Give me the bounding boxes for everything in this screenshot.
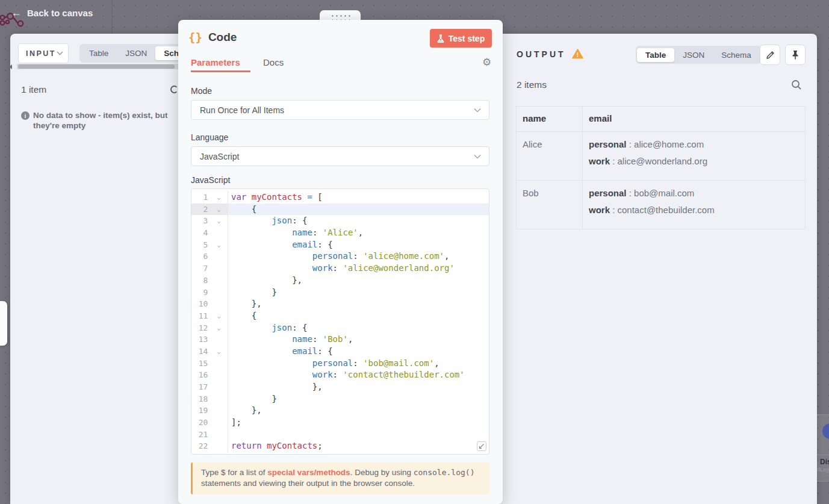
fold-toggle-icon[interactable]: ⌄ [208, 239, 228, 251]
code-line-12[interactable]: 12⌄ json: { [191, 322, 489, 334]
hint-text: statements and viewing their output in t… [201, 479, 415, 488]
line-number-gutter: 12⌄ [191, 322, 228, 334]
editor-resize-handle[interactable] [477, 441, 486, 451]
line-number-gutter: 20 [191, 417, 228, 429]
mode-select[interactable]: Run Once for All Items [191, 100, 489, 120]
code-line-17[interactable]: 17 }, [191, 381, 489, 393]
table-row[interactable]: Alicepersonal : alice@home.comwork : ali… [517, 132, 806, 181]
input-tab-table[interactable]: Table [81, 46, 117, 60]
output-items-count: 2 items [517, 79, 547, 90]
editor-hint-box: Type $ for a list of special vars/method… [191, 462, 489, 494]
input-tab-json[interactable]: JSON [117, 46, 155, 60]
fold-toggle-icon[interactable]: ⌄ [208, 310, 228, 322]
code-line-22[interactable]: 22return myContacts; [191, 440, 489, 452]
code-line-21[interactable]: 21 [191, 429, 489, 441]
code-line-15[interactable]: 15 personal: 'bob@mail.com', [191, 358, 489, 370]
test-step-label: Test step [449, 34, 485, 43]
line-number-gutter: 1⌄ [191, 191, 228, 204]
info-icon: i [21, 111, 29, 120]
code-line-20[interactable]: 20]; [191, 417, 489, 429]
code-line-18[interactable]: 18 } [191, 393, 489, 405]
edit-output-button[interactable] [760, 45, 780, 65]
fold-toggle-icon[interactable]: ⌄ [208, 191, 228, 204]
line-number-gutter: 16 [191, 369, 228, 381]
code-line-9[interactable]: 9 } [191, 287, 489, 299]
node-avatar-icon [822, 423, 829, 439]
line-number-gutter: 19 [191, 405, 228, 417]
hint-text: . Debug by using [350, 468, 414, 477]
code-line-6[interactable]: 6 personal: 'alice@home.com', [191, 250, 489, 263]
line-number-gutter: 7 [191, 263, 228, 275]
refresh-icon[interactable] [170, 86, 178, 93]
test-step-button[interactable]: Test step [430, 29, 492, 48]
cell-email: personal : alice@home.comwork : alice@wo… [583, 132, 806, 181]
code-line-5[interactable]: 5⌄ email: { [191, 239, 489, 251]
code-line-11[interactable]: 11⌄ { [191, 310, 489, 322]
pin-data-button[interactable] [785, 45, 806, 65]
hint-code-snippet: console.log() [414, 468, 475, 477]
output-tab-table[interactable]: Table [637, 48, 674, 62]
tab-parameters[interactable]: Parameters [191, 57, 240, 67]
code-line-19[interactable]: 19 }, [191, 405, 489, 417]
code-node-dialog: {} Code Test step Parameters Docs ⚙ Mode… [178, 20, 503, 504]
chevron-down-icon [57, 51, 63, 55]
editor-label: JavaScript [191, 175, 230, 185]
cell-email: personal : bob@mail.comwork : contact@th… [583, 181, 806, 229]
node-label: Dis [820, 458, 829, 466]
input-panel-title: INPUT [26, 49, 56, 58]
code-line-2[interactable]: 2⌄ { [191, 204, 489, 216]
node-settings-gear-icon[interactable]: ⚙ [482, 56, 491, 69]
line-number-gutter: 4 [191, 227, 228, 239]
fold-toggle-icon[interactable]: ⌄ [208, 204, 228, 216]
input-empty-state: i No data to show - item(s) exist, but t… [21, 111, 170, 131]
code-line-7[interactable]: 7 work: 'alice@wonderland.org' [191, 263, 489, 275]
active-tab-underline [191, 70, 250, 72]
fold-toggle-icon[interactable]: ⌄ [208, 322, 228, 334]
line-number-gutter: 13 [191, 334, 228, 346]
chevron-down-icon [474, 108, 481, 113]
code-line-3[interactable]: 3⌄ json: { [191, 215, 489, 227]
warning-icon: ! [572, 49, 583, 59]
canvas-node-partial: Dis dLega [817, 414, 829, 482]
line-number-gutter: 2⌄ [191, 204, 228, 216]
search-icon[interactable] [791, 79, 802, 90]
back-to-canvas-button[interactable]: ← Back to canvas [8, 5, 95, 20]
code-line-16[interactable]: 16 work: 'contact@thebuilder.com' [191, 369, 489, 381]
mode-value: Run Once for All Items [200, 105, 284, 115]
app-canvas: ← Back to canvas INPUT Table JSON Schema… [0, 0, 829, 504]
cell-name: Alice [517, 132, 583, 181]
line-number-gutter: 9 [191, 287, 228, 299]
code-line-1[interactable]: 1⌄var myContacts = [ [191, 191, 489, 204]
scrollbar-thumb[interactable] [18, 64, 175, 69]
line-number-gutter: 15 [191, 358, 228, 370]
code-line-14[interactable]: 14⌄ email: { [191, 346, 489, 358]
output-table-header-row: name email [517, 107, 806, 132]
code-line-4[interactable]: 4 name: 'Alice', [191, 227, 489, 239]
line-number-gutter: 18 [191, 393, 228, 405]
scrollbar-left-arrow-icon[interactable] [9, 64, 12, 69]
code-editor[interactable]: 1⌄var myContacts = [2⌄ {3⌄ json: {4 name… [191, 188, 489, 455]
line-number-gutter: 14⌄ [191, 346, 228, 358]
fold-toggle-icon[interactable]: ⌄ [208, 346, 228, 358]
line-number-gutter: 6 [191, 250, 228, 263]
code-line-8[interactable]: 8 }, [191, 275, 489, 287]
output-tab-json[interactable]: JSON [674, 48, 713, 62]
language-select[interactable]: JavaScript [191, 146, 489, 166]
output-tab-schema[interactable]: Schema [713, 48, 760, 62]
output-view-tabs: Table JSON Schema [636, 46, 761, 64]
line-number-gutter: 21 [191, 429, 228, 441]
tab-docs[interactable]: Docs [263, 57, 284, 67]
code-line-13[interactable]: 13 name: 'Bob', [191, 334, 489, 346]
input-empty-message: No data to show - item(s) exist, but the… [33, 111, 170, 131]
chevron-down-icon [474, 154, 481, 159]
fold-toggle-icon[interactable]: ⌄ [208, 215, 228, 227]
collapsed-panel-handle[interactable] [0, 301, 7, 346]
mode-label: Mode [191, 86, 212, 96]
output-panel-title: OUTPUT [517, 49, 566, 59]
line-number-gutter: 10 [191, 298, 228, 310]
input-source-select[interactable]: INPUT [18, 43, 69, 63]
code-line-10[interactable]: 10 }, [191, 298, 489, 310]
node-sublabel: dLega [817, 467, 829, 473]
table-row[interactable]: Bobpersonal : bob@mail.comwork : contact… [517, 181, 806, 229]
special-vars-link[interactable]: special vars/methods [267, 468, 350, 477]
